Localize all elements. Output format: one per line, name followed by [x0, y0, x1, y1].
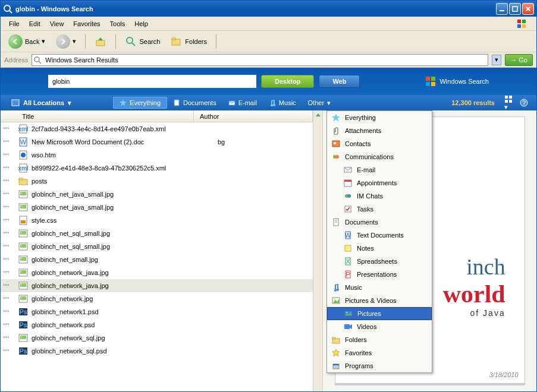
dropdown-item-videos[interactable]: Videos: [327, 320, 432, 333]
help-button[interactable]: ?: [516, 97, 532, 109]
file-icon: [17, 150, 29, 160]
svg-rect-61: [20, 283, 26, 287]
file-row[interactable]: ***globinch_network_java.jpg: [1, 266, 313, 279]
file-row[interactable]: ***globinch_net_sql_small.jpg: [1, 240, 313, 253]
menu-file[interactable]: File: [4, 19, 24, 29]
file-icon: Ps: [17, 307, 29, 317]
im-icon: [344, 192, 352, 200]
file-row[interactable]: ***Psglobinch_network_sql.psd: [1, 344, 313, 358]
file-row[interactable]: ***globinch_network_java.jpg: [1, 279, 313, 292]
music-icon: [332, 283, 340, 292]
file-row[interactable]: ***globinch_net_small.jpg: [1, 253, 313, 266]
file-row[interactable]: ***globinch_network.jpg: [1, 292, 313, 305]
desktop-search-button[interactable]: Desktop: [261, 75, 314, 88]
dropdown-item-attachments[interactable]: Attachments: [327, 124, 432, 137]
scrollbar[interactable]: [313, 110, 322, 391]
menu-view[interactable]: View: [45, 19, 69, 29]
forward-button[interactable]: ▾: [52, 31, 80, 52]
dropdown-item-spreadsheets[interactable]: XSpreadsheets: [327, 255, 432, 268]
view-options-button[interactable]: ▾: [501, 93, 516, 113]
web-search-button[interactable]: Web: [319, 75, 360, 88]
svg-rect-44: [20, 205, 26, 208]
dropdown-item-pictures[interactable]: Pictures: [327, 307, 432, 320]
svg-point-0: [4, 5, 10, 11]
ppt-icon: P: [344, 270, 352, 279]
dropdown-item-contacts[interactable]: Contacts: [327, 137, 432, 150]
file-list[interactable]: ***xml2cf7adcd-9433-4e4c-8d14-ee497e0b7e…: [1, 122, 313, 391]
svg-point-72: [21, 336, 22, 337]
dropdown-item-documents[interactable]: Documents: [327, 216, 432, 229]
search-icon: [125, 36, 137, 48]
search-query-input[interactable]: [48, 75, 256, 88]
dropdown-item-notes[interactable]: Notes: [327, 242, 432, 255]
filter-documents[interactable]: Documents: [167, 97, 222, 108]
svg-rect-90: [345, 245, 351, 251]
divider: [115, 34, 116, 49]
other-dropdown-menu[interactable]: EverythingAttachmentsContactsCommunicati…: [326, 110, 432, 373]
windows-flag-icon[interactable]: [516, 18, 533, 29]
close-button[interactable]: [522, 3, 534, 15]
file-row[interactable]: ***globinch_net_java_small.jpg: [1, 201, 313, 214]
file-row[interactable]: ***globinch_net_java_small.jpg: [1, 188, 313, 201]
address-dropdown[interactable]: ▾: [492, 55, 501, 65]
relevance-stars: ***: [3, 309, 17, 315]
svg-rect-17: [426, 77, 430, 81]
back-button[interactable]: Back ▾: [4, 31, 49, 52]
column-author[interactable]: Author: [194, 110, 313, 122]
file-icon: Ps: [17, 346, 29, 356]
dropdown-item-pictures-videos[interactable]: Pictures & Videos: [327, 294, 432, 307]
address-input[interactable]: [32, 54, 488, 66]
dropdown-item-appointments[interactable]: Appointments: [327, 176, 432, 189]
dropdown-item-text-documents[interactable]: WText Documents: [327, 229, 432, 242]
go-button[interactable]: → Go: [505, 54, 533, 66]
dropdown-item-folders[interactable]: Folders: [327, 333, 432, 346]
dropdown-item-im-chats[interactable]: IM Chats: [327, 189, 432, 203]
filter-music[interactable]: Music: [263, 97, 302, 108]
filter-other[interactable]: Other ▾: [302, 97, 337, 109]
minimize-button[interactable]: [496, 3, 508, 15]
dropdown-item-communications[interactable]: Communications: [327, 150, 432, 163]
filter-email[interactable]: E-mail: [222, 97, 263, 108]
column-title[interactable]: Title: [1, 110, 194, 122]
dropdown-item-tasks[interactable]: Tasks: [327, 203, 432, 216]
dropdown-item-e-mail[interactable]: E-mail: [327, 163, 432, 176]
relevance-stars: ***: [3, 257, 17, 263]
svg-point-76: [334, 142, 336, 144]
file-row[interactable]: ***wso.htm: [1, 148, 313, 162]
file-row[interactable]: ***globinch_net_sql_small.jpg: [1, 227, 313, 240]
dropdown-item-programs[interactable]: Programs: [327, 359, 432, 372]
svg-point-42: [21, 192, 22, 194]
menu-tools[interactable]: Tools: [105, 19, 130, 29]
dropdown-item-everything[interactable]: Everything: [327, 111, 432, 124]
file-row[interactable]: ***xmlb899f922-e41d-48e3-8ca9-47b2306252…: [1, 162, 313, 175]
file-icon: [17, 203, 29, 212]
svg-rect-81: [344, 180, 351, 182]
svg-rect-21: [12, 100, 19, 106]
file-name: b899f922-e41d-48e3-8ca9-47b2306252c5.xml: [29, 165, 218, 172]
location-dropdown[interactable]: All Locations ▾: [5, 97, 77, 109]
file-row[interactable]: ***Psglobinch_network.psd: [1, 318, 313, 331]
folders-label: Folders: [185, 38, 207, 45]
file-row[interactable]: ***WNew Microsoft Word Document (2).docb…: [1, 135, 313, 148]
menu-favorites[interactable]: Favorites: [68, 19, 105, 29]
up-button[interactable]: [90, 33, 111, 50]
relevance-stars: ***: [3, 217, 17, 223]
menu-edit[interactable]: Edit: [24, 19, 45, 29]
folders-button[interactable]: Folders: [167, 33, 211, 50]
dropdown-item-presentations[interactable]: PPresentations: [327, 268, 432, 281]
dropdown-item-favorites[interactable]: Favorites: [327, 346, 432, 359]
maximize-button[interactable]: [509, 3, 521, 15]
menu-help[interactable]: Help: [130, 19, 153, 29]
title-bar[interactable]: globin - Windows Search: [1, 1, 536, 17]
file-row[interactable]: ***xml2cf7adcd-9433-4e4c-8d14-ee497e0b7e…: [1, 122, 313, 135]
file-name: style.css: [29, 217, 218, 224]
search-button[interactable]: Search: [121, 33, 164, 50]
file-row[interactable]: ***posts: [1, 175, 313, 188]
file-row[interactable]: ***style.css: [1, 214, 313, 227]
file-row[interactable]: ***globinch_network_sql.jpg: [1, 331, 313, 344]
file-row[interactable]: ***Psglobinch_network1.psd: [1, 305, 313, 318]
xls-icon: X: [344, 257, 352, 265]
svg-point-78: [335, 155, 339, 159]
filter-everything[interactable]: Everything: [113, 97, 167, 109]
dropdown-item-music[interactable]: Music: [327, 281, 432, 294]
